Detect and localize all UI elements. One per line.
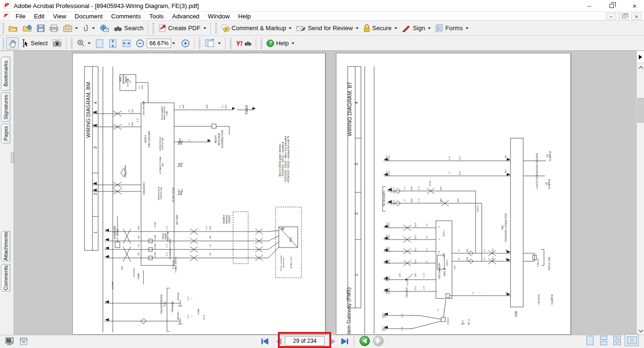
toolbar-separator — [210, 22, 211, 34]
comment-markup-button[interactable]: Comment & Markup — [219, 22, 294, 34]
email-button[interactable] — [97, 22, 111, 34]
document-restore-button[interactable] — [619, 13, 629, 20]
create-pdf-button[interactable]: Create PDF — [156, 22, 209, 34]
toolbar-separator — [148, 22, 148, 34]
open-button[interactable] — [6, 22, 20, 34]
zoom-out-button[interactable] — [134, 37, 147, 50]
folder-globe-icon — [23, 25, 32, 32]
menu-tools[interactable]: Tools — [145, 12, 167, 21]
sidebar-tab-attachments[interactable]: Attachments — [1, 231, 10, 261]
menu-advanced[interactable]: Advanced — [168, 12, 204, 21]
dropdown-arrow-icon — [75, 27, 78, 31]
sidebar-tab-signatures[interactable]: Signatures — [1, 92, 10, 122]
print-button[interactable] — [47, 22, 61, 34]
vertical-scrollbar[interactable] — [636, 51, 644, 335]
facing-view-button[interactable] — [613, 336, 621, 345]
document-minimize-button[interactable]: – — [606, 13, 616, 20]
window-close-button[interactable]: × — [627, 0, 643, 12]
attach-button[interactable] — [80, 22, 97, 34]
fit-height-button[interactable] — [106, 37, 119, 50]
diagram-label: 0.5 — [426, 260, 428, 263]
side-pane-toggle-button[interactable] — [636, 51, 644, 63]
zoom-in-button[interactable] — [179, 37, 192, 50]
diagram-label: 0.75 — [418, 186, 420, 190]
last-page-button[interactable] — [340, 336, 350, 346]
single-page-view-button[interactable] — [586, 336, 594, 345]
toolbar-grip[interactable] — [199, 38, 201, 49]
menu-comments[interactable]: Comments — [107, 12, 145, 21]
help-button[interactable]: ? Help — [264, 37, 297, 50]
email-globe-icon — [100, 25, 109, 32]
search-label: Search — [124, 25, 143, 32]
document-close-button[interactable]: × — [631, 13, 642, 20]
search-button[interactable]: Search — [111, 22, 146, 34]
scroll-up-button[interactable] — [638, 64, 644, 70]
how-to-window-button[interactable] — [5, 337, 14, 347]
sign-button[interactable]: Sign — [400, 22, 433, 34]
diagram-label: 0207 — [132, 109, 134, 113]
send-review-button[interactable]: Send for Review — [294, 22, 360, 34]
window-minimize-button[interactable]: – — [581, 0, 597, 12]
two-up-continuous-view-button[interactable] — [625, 334, 639, 346]
page-display-icon — [205, 39, 215, 48]
facing-icon — [618, 336, 621, 340]
sidebar-tab-pages[interactable]: Pages — [1, 124, 10, 143]
snapshot-tool-button[interactable] — [50, 37, 64, 50]
sidebar-tab-comments[interactable]: Comments — [1, 264, 10, 291]
diagram-label: XC819 — [389, 247, 391, 252]
toolbar-grip[interactable] — [215, 23, 217, 33]
zoom-tool-button[interactable] — [75, 37, 93, 50]
organizer-button[interactable] — [61, 22, 80, 34]
toolbar-grip[interactable] — [2, 23, 4, 33]
diagram-label: 1 — [354, 273, 359, 276]
select-tool-button[interactable]: Select — [19, 37, 50, 50]
fit-page-button[interactable] — [93, 37, 106, 50]
diagram-label: S 108 — [179, 138, 181, 143]
save-button[interactable] — [34, 22, 47, 34]
diagram-label: FMS — [502, 225, 504, 231]
diagram-label: 625 — [138, 236, 140, 239]
sidebar-tab-bookmarks[interactable]: Bookmarks — [1, 57, 10, 91]
menu-help[interactable]: Help — [234, 12, 255, 21]
diagram-label: NO ADR — [112, 282, 114, 289]
toolbar-grip[interactable] — [260, 38, 262, 49]
pdf-page-left: WIRING DIAGRAM, BM4321W30Antenna,DSRC0.5… — [72, 53, 326, 335]
hand-tool-button[interactable] — [6, 37, 19, 50]
first-page-button[interactable] — [259, 336, 270, 346]
menu-document[interactable]: Document — [70, 12, 107, 21]
toolbar-grip[interactable] — [152, 23, 154, 33]
secure-button[interactable]: Secure — [361, 22, 400, 34]
diagram-label: 0.5 — [426, 236, 428, 239]
menu-edit[interactable]: Edit — [30, 12, 49, 21]
scroll-down-button[interactable] — [638, 328, 644, 334]
continuous-view-button[interactable] — [600, 336, 608, 345]
toolbar-grip[interactable] — [230, 38, 232, 49]
diagram-label: 0.75 — [187, 315, 189, 318]
diagram-label: XCB202 — [389, 288, 391, 294]
menu-file[interactable]: File — [11, 12, 30, 21]
forms-button[interactable]: Forms — [433, 22, 471, 34]
open-web-button[interactable] — [20, 22, 34, 34]
pane-splitter-handle[interactable] — [11, 152, 14, 163]
menu-window[interactable]: Window — [204, 12, 234, 21]
next-view-button[interactable] — [373, 336, 384, 346]
diagram-label: 0056 — [138, 226, 140, 230]
zoom-level-input[interactable] — [147, 39, 171, 48]
scrollbar-thumb[interactable] — [637, 98, 644, 123]
wiring-diagram-art — [336, 53, 571, 335]
toolbar-grip[interactable] — [71, 38, 73, 49]
diagram-label: – XC302/X120 : GIO021 – mechanical — [282, 142, 284, 178]
page-display-button[interactable] — [202, 37, 223, 50]
menu-view[interactable]: View — [49, 12, 70, 21]
window-restore-button[interactable] — [603, 0, 619, 12]
diagram-label: speedometer — [283, 257, 285, 268]
toolbar-grip[interactable] — [2, 38, 4, 49]
diagram-label: A33 — [163, 302, 166, 307]
previous-view-button[interactable] — [360, 336, 370, 346]
yahoo-search-button[interactable]: Y! — [234, 37, 254, 50]
fit-width-button[interactable] — [119, 37, 134, 50]
dropdown-arrow-icon — [466, 27, 468, 31]
diagram-label: XC823 B — [448, 318, 450, 324]
tray-button[interactable] — [20, 337, 27, 347]
dropdown-arrow-icon — [292, 42, 294, 46]
